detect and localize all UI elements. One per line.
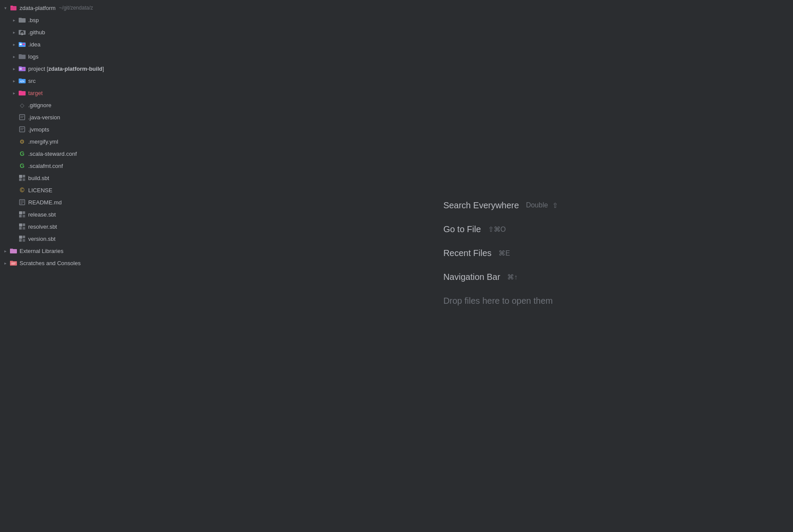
folder-icon-logs [18, 53, 26, 60]
item-label-version-sbt: version.sbt [28, 236, 56, 242]
key-nav: ⌘↑ [507, 273, 518, 281]
chevron-idea [10, 41, 17, 48]
tree-item-jvmopts[interactable]: .jvmopts [0, 123, 208, 135]
shortcut-label-nav: Navigation Bar [443, 272, 500, 282]
item-label-scalafmt: .scalafmt.conf [28, 163, 63, 169]
shortcut-label-goto: Go to File [443, 224, 481, 234]
tree-item-license[interactable]: © LICENSE [0, 184, 208, 196]
file-icon-mergify: ⚙ [18, 138, 26, 145]
tree-item-external-libs[interactable]: External Libraries [0, 245, 208, 257]
tree-item-version-sbt[interactable]: version.sbt [0, 233, 208, 245]
file-icon-gitignore: ◇ [18, 101, 26, 109]
svg-rect-46 [23, 236, 25, 238]
tree-item-src[interactable]: </> src [0, 75, 208, 87]
root-folder-icon [10, 4, 17, 12]
item-label-src: src [28, 78, 36, 84]
tree-item-github[interactable]: g .github [0, 26, 208, 38]
svg-rect-15 [19, 66, 22, 68]
shortcuts-container: Search Everywhere Double ⇧ Go to File ⇧⌘… [443, 200, 558, 306]
chevron-logs [10, 53, 17, 60]
item-label-logs: logs [28, 53, 39, 60]
tree-item-scalafmt[interactable]: G .scalafmt.conf [0, 160, 208, 172]
svg-rect-48 [23, 239, 25, 242]
shortcut-keys-nav: ⌘↑ [507, 273, 518, 281]
svg-rect-31 [19, 178, 22, 181]
tree-item-bsp[interactable]: .bsp [0, 14, 208, 26]
item-label-bsp: .bsp [28, 17, 39, 23]
tree-item-idea[interactable]: .idea [0, 38, 208, 50]
tree-item-readme[interactable]: README.md [0, 196, 208, 208]
folder-icon-src: </> [18, 77, 26, 85]
svg-rect-9 [19, 42, 22, 43]
shortcut-label-search: Search Everywhere [443, 200, 519, 210]
svg-rect-37 [19, 211, 22, 214]
drop-files-label: Drop files here to open them [443, 296, 553, 306]
folder-icon-idea [18, 40, 26, 48]
svg-rect-13 [19, 54, 22, 56]
tree-item-project[interactable]: project [zdata-platform-build] [0, 62, 208, 75]
svg-rect-30 [23, 175, 25, 177]
root-path: ~/git/zendata/z [59, 5, 93, 11]
tree-root[interactable]: zdata-platform ~/git/zendata/z [0, 2, 208, 14]
folder-icon-target [18, 89, 26, 97]
item-label-mergify: .mergify.yml [28, 138, 58, 145]
svg-rect-32 [23, 178, 25, 181]
tree-item-mergify[interactable]: ⚙ .mergify.yml [0, 135, 208, 148]
chevron-github [10, 29, 17, 36]
item-label-scratches: Scratches and Consoles [20, 260, 81, 266]
folder-icon-scratches [10, 259, 17, 267]
item-label-build-sbt: build.sbt [28, 175, 49, 181]
tree-item-logs[interactable]: logs [0, 50, 208, 62]
svg-text:</>: </> [20, 80, 24, 83]
key-double: Double [526, 201, 548, 209]
tree-item-scala-steward[interactable]: G .scala-steward.conf [0, 148, 208, 160]
svg-rect-11 [23, 43, 25, 45]
file-icon-scala-steward: G [18, 150, 26, 158]
tree-item-gitignore[interactable]: ◇ .gitignore [0, 99, 208, 111]
item-label-resolver-sbt: resolver.sbt [28, 223, 57, 230]
svg-rect-40 [23, 215, 25, 217]
svg-rect-10 [20, 43, 22, 45]
svg-text:g: g [21, 31, 23, 35]
folder-icon-github: g [18, 28, 26, 36]
svg-rect-39 [19, 215, 22, 217]
right-panel: Search Everywhere Double ⇧ Go to File ⇧⌘… [208, 0, 793, 532]
svg-rect-47 [19, 239, 22, 242]
shortcut-keys-recent: ⌘E [498, 249, 510, 257]
item-label-github: .github [28, 29, 45, 36]
svg-rect-16 [20, 68, 22, 70]
svg-rect-1 [10, 6, 13, 7]
tree-item-java-version[interactable]: .java-version [0, 111, 208, 123]
item-label-gitignore: .gitignore [28, 102, 51, 108]
item-label-jvmopts: .jvmopts [28, 126, 49, 133]
item-label-project: project [zdata-platform-build] [28, 66, 104, 72]
tree-item-resolver-sbt[interactable]: resolver.sbt [0, 220, 208, 233]
tree-item-build-sbt[interactable]: build.sbt [0, 172, 208, 184]
file-icon-license: © [18, 186, 26, 194]
svg-rect-26 [20, 127, 25, 132]
tree-item-scratches[interactable]: Scratches and Consoles [0, 257, 208, 269]
file-icon-readme [18, 198, 26, 206]
shortcut-keys-search: Double ⇧ [526, 201, 558, 210]
chevron-target [10, 89, 17, 96]
chevron-src [10, 77, 17, 84]
file-tree: zdata-platform ~/git/zendata/z .bsp [0, 0, 208, 532]
svg-rect-29 [19, 175, 22, 178]
chevron-root [2, 4, 9, 11]
item-label-scala-steward: .scala-steward.conf [28, 151, 77, 157]
tree-item-target[interactable]: target [0, 87, 208, 99]
shortcut-recent-files: Recent Files ⌘E [443, 248, 558, 258]
chevron-external-libs [2, 247, 9, 254]
shortcut-navigation-bar: Navigation Bar ⌘↑ [443, 272, 558, 282]
tree-item-release-sbt[interactable]: release.sbt [0, 208, 208, 220]
item-label-java-version: .java-version [28, 114, 60, 121]
file-icon-jvmopts [18, 125, 26, 133]
item-label-readme: README.md [28, 199, 62, 206]
folder-icon-external-libs [10, 247, 17, 255]
chevron-scratches [2, 259, 9, 266]
file-icon-build-sbt [18, 174, 26, 182]
key-recent: ⌘E [498, 249, 510, 257]
svg-rect-52 [10, 261, 13, 262]
chevron-bsp [10, 16, 17, 23]
svg-rect-43 [19, 227, 22, 230]
